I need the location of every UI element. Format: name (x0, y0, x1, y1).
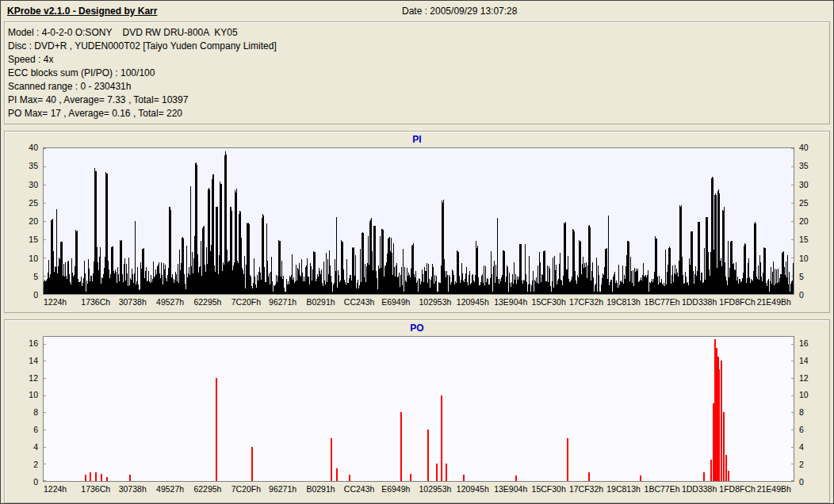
pi-y-tick-label: 20 (799, 217, 809, 226)
pi-y-tick-label: 40 (799, 143, 809, 152)
pi-x-tick-label: 1224h (44, 297, 81, 307)
pi-x-tick-label: 19C813h (606, 297, 644, 307)
pi-chart-panel: PI 0510152025303540 0510152025303540 122… (4, 131, 830, 313)
pi-y-tick-label: 0 (33, 291, 38, 300)
po-y-tick-label: 2 (799, 460, 804, 469)
info-panel: Model : 4-0-2-0 O:SONY DVD RW DRU-800A K… (4, 21, 830, 124)
po-y-tick-label: 0 (799, 478, 804, 487)
pi-y-tick-label: 20 (29, 217, 38, 226)
po-y-tick-label: 16 (799, 338, 809, 347)
po-x-tick-label: E6949h (381, 484, 419, 494)
po-y-tick-label: 0 (33, 478, 38, 487)
po-x-tick-label: 13E904h (494, 484, 531, 494)
pi-x-tick-label: 96271h (269, 297, 306, 307)
pi-y-axis-left: 0510152025303540 (6, 147, 43, 295)
pi-x-tick-label: E6949h (381, 297, 419, 307)
po-plot-area (43, 336, 794, 482)
pi-y-tick-label: 30 (799, 180, 809, 189)
po-x-tick-label: 62295h (193, 484, 231, 494)
po-y-tick-label: 8 (33, 408, 38, 417)
po-x-tick-label: 49527h (156, 484, 193, 494)
pi-y-tick-label: 10 (799, 254, 809, 262)
pi-x-axis: 1224h1736Ch30738h49527h62295h7C20Fh96271… (44, 297, 794, 307)
header: KProbe v2.1.0 - Designed by Karr Date : … (1, 1, 833, 21)
po-y-tick-label: 2 (33, 460, 38, 469)
pi-chart-body: 0510152025303540 0510152025303540 (6, 147, 828, 295)
pi-x-tick-label: 102953h (419, 297, 456, 307)
pi-bars-canvas (44, 148, 794, 294)
pi-x-tick-label: B0291h (306, 297, 343, 307)
info-model: Model : 4-0-2-0 O:SONY DVD RW DRU-800A K… (8, 26, 826, 40)
pi-y-tick-label: 15 (29, 235, 38, 244)
po-x-tick-label: 96271h (269, 484, 306, 494)
pi-y-axis-right: 0510152025303540 (794, 147, 828, 295)
po-y-tick-label: 6 (799, 426, 804, 434)
po-x-tick-label: 102953h (419, 484, 456, 494)
scan-date: Date : 2005/09/29 13:07:28 (402, 6, 517, 17)
info-speed: Speed : 4x (8, 53, 826, 67)
po-x-tick-label: 17CF32h (569, 484, 606, 494)
pi-y-tick-label: 25 (29, 198, 38, 207)
pi-x-tick-label: 15CF30h (532, 297, 569, 307)
po-y-tick-label: 10 (29, 391, 38, 399)
pi-x-tick-label: 1736Ch (81, 297, 118, 307)
pi-x-tick-label: 1DD338h (682, 297, 719, 307)
pi-plot-area (43, 147, 794, 295)
po-y-tick-label: 12 (29, 373, 38, 382)
pi-y-tick-label: 25 (799, 198, 809, 207)
po-x-tick-label: 1FD8FCh (719, 484, 756, 494)
pi-x-tick-label: 21E49Bh (757, 297, 794, 307)
info-disc: Disc : DVD+R , YUDEN000T02 [Taiyo Yuden … (8, 40, 826, 53)
po-x-tick-label: 30738h (119, 484, 156, 494)
po-x-tick-label: 19C813h (606, 484, 644, 494)
app-title: KProbe v2.1.0 - Designed by Karr (7, 6, 157, 17)
po-x-tick-label: 21E49Bh (757, 484, 794, 494)
pi-x-tick-label: 1BC77Eh (645, 297, 682, 307)
po-x-tick-label: 1736Ch (81, 484, 118, 494)
info-scanned-range: Scanned range : 0 - 230431h (8, 80, 826, 94)
po-y-tick-label: 8 (799, 408, 804, 417)
info-pi-stats: PI Max= 40 , Average= 7.33 , Total= 1039… (8, 94, 826, 107)
pi-x-tick-label: 49527h (156, 297, 193, 307)
po-bars-canvas (44, 337, 794, 481)
po-y-tick-label: 4 (33, 443, 38, 452)
po-y-tick-label: 6 (33, 426, 38, 434)
pi-x-tick-label: 62295h (193, 297, 231, 307)
info-ecc-blocks: ECC blocks sum (PI/PO) : 100/100 (8, 67, 826, 80)
kprobe-window: KProbe v2.1.0 - Designed by Karr Date : … (0, 0, 834, 504)
pi-y-tick-label: 15 (799, 235, 809, 244)
po-x-axis: 1224h1736Ch30738h49527h62295h7C20Fh96271… (44, 484, 794, 494)
pi-y-tick-label: 30 (29, 180, 38, 189)
po-y-tick-label: 16 (29, 338, 38, 347)
po-x-tick-label: 1BC77Eh (645, 484, 682, 494)
pi-chart-title: PI (6, 134, 828, 147)
po-x-tick-label: 120945h (457, 484, 494, 494)
pi-x-tick-label: 7C20Fh (231, 297, 269, 307)
po-chart-panel: PO 0246810121416 0246810121416 1224h1736… (4, 319, 830, 503)
po-y-tick-label: 12 (799, 373, 809, 382)
po-x-tick-label: 15CF30h (532, 484, 569, 494)
pi-x-tick-label: 1FD8FCh (719, 297, 756, 307)
pi-y-tick-label: 10 (29, 254, 38, 262)
pi-y-tick-label: 5 (799, 272, 804, 281)
po-x-tick-label: CC243h (344, 484, 381, 494)
pi-y-tick-label: 5 (33, 272, 38, 281)
po-y-tick-label: 4 (799, 443, 804, 452)
po-y-axis-left: 0246810121416 (6, 336, 43, 482)
pi-y-tick-label: 35 (29, 162, 38, 170)
pi-x-tick-label: 17CF32h (569, 297, 606, 307)
po-chart-body: 0246810121416 0246810121416 (6, 336, 828, 482)
pi-y-tick-label: 40 (29, 143, 38, 152)
pi-x-tick-label: CC243h (344, 297, 381, 307)
po-y-tick-label: 14 (799, 356, 809, 365)
po-x-tick-label: 7C20Fh (231, 484, 269, 494)
po-x-tick-label: 1224h (44, 484, 81, 494)
po-x-tick-label: B0291h (306, 484, 343, 494)
po-y-axis-right: 0246810121416 (794, 336, 828, 482)
pi-x-tick-label: 120945h (457, 297, 494, 307)
pi-y-tick-label: 0 (799, 291, 804, 300)
po-y-tick-label: 10 (799, 391, 809, 399)
pi-x-tick-label: 30738h (119, 297, 156, 307)
po-x-tick-label: 1DD338h (682, 484, 719, 494)
pi-x-tick-label: 13E904h (494, 297, 531, 307)
